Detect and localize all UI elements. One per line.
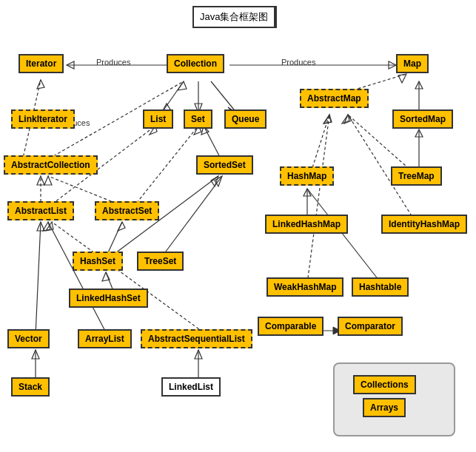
svg-marker-43 bbox=[211, 176, 218, 186]
identityhashmap-label: IdentityHashMap bbox=[389, 219, 460, 229]
comparable-label: Comparable bbox=[265, 321, 316, 331]
produces-label-1: Produces bbox=[96, 58, 130, 67]
collections-node: Collections bbox=[353, 375, 416, 394]
collections-label: Collections bbox=[361, 380, 409, 390]
svg-marker-15 bbox=[415, 81, 423, 89]
svg-marker-33 bbox=[44, 176, 52, 185]
svg-marker-39 bbox=[342, 115, 349, 124]
treemap-node: TreeMap bbox=[391, 166, 442, 186]
svg-marker-29 bbox=[37, 176, 44, 185]
vector-node: Vector bbox=[7, 329, 50, 348]
svg-line-46 bbox=[307, 115, 329, 283]
stack-node: Stack bbox=[11, 377, 50, 397]
abstractlist-node: AbstractList bbox=[7, 201, 74, 220]
map-label: Map bbox=[403, 58, 421, 69]
svg-marker-47 bbox=[324, 115, 331, 124]
abstractsequentiallist-label: AbstractSequentialList bbox=[148, 334, 245, 344]
abstractset-label: AbstractSet bbox=[102, 206, 152, 216]
hashset-node: HashSet bbox=[73, 252, 123, 271]
treeset-node: TreeSet bbox=[137, 252, 184, 271]
svg-marker-61 bbox=[32, 350, 39, 359]
collection-label: Collection bbox=[174, 58, 217, 69]
svg-marker-1 bbox=[67, 61, 74, 69]
hashmap-label: HashMap bbox=[287, 171, 326, 181]
hashtable-label: Hashtable bbox=[359, 282, 401, 292]
svg-marker-55 bbox=[37, 222, 44, 231]
abstractcollection-label: AbstractCollection bbox=[11, 160, 90, 170]
svg-marker-3 bbox=[389, 61, 396, 69]
produces-label-2: Produces bbox=[281, 58, 315, 67]
weakhashmap-node: WeakHashMap bbox=[267, 277, 343, 297]
title-text: Java集合框架图 bbox=[200, 11, 268, 22]
queue-node: Queue bbox=[224, 109, 267, 129]
legend-box: Collections Arrays bbox=[333, 362, 455, 436]
sortedset-node: SortedSet bbox=[196, 155, 253, 175]
svg-line-54 bbox=[36, 222, 41, 335]
set-label: Set bbox=[191, 114, 205, 124]
vector-label: Vector bbox=[15, 334, 42, 344]
arrays-label: Arrays bbox=[370, 402, 398, 413]
linkedhashset-node: LinkedHashSet bbox=[69, 289, 148, 308]
abstractmap-label: AbstractMap bbox=[307, 93, 361, 104]
arrays-node: Arrays bbox=[363, 398, 406, 417]
abstractset-node: AbstractSet bbox=[95, 201, 159, 220]
sortedset-label: SortedSet bbox=[204, 160, 246, 170]
abstractcollection-node: AbstractCollection bbox=[4, 155, 98, 175]
linkedhashmap-label: LinkedHashMap bbox=[272, 219, 341, 229]
comparable-node: Comparable bbox=[258, 317, 324, 336]
comparator-label: Comparator bbox=[345, 321, 395, 331]
sortedmap-node: SortedMap bbox=[392, 109, 453, 129]
svg-line-22 bbox=[311, 115, 329, 172]
linkiterator-node: LinkIterator bbox=[11, 109, 75, 129]
svg-line-44 bbox=[161, 176, 222, 257]
svg-marker-50 bbox=[102, 272, 110, 281]
stack-label: Stack bbox=[19, 382, 42, 392]
svg-line-58 bbox=[52, 222, 207, 335]
svg-marker-41 bbox=[118, 222, 125, 231]
list-label: List bbox=[150, 114, 166, 124]
svg-marker-57 bbox=[43, 222, 50, 231]
treeset-label: TreeSet bbox=[144, 256, 176, 266]
svg-marker-25 bbox=[415, 129, 423, 137]
svg-line-56 bbox=[48, 222, 107, 335]
abstractmap-node: AbstractMap bbox=[300, 89, 369, 108]
identityhashmap-node: IdentityHashMap bbox=[381, 215, 467, 234]
svg-marker-19 bbox=[37, 80, 44, 89]
linkedlist-label: LinkedList bbox=[169, 382, 213, 392]
iterator-label: Iterator bbox=[26, 58, 56, 69]
collection-node: Collection bbox=[167, 54, 224, 73]
svg-marker-63 bbox=[195, 350, 202, 359]
map-node: Map bbox=[396, 54, 429, 73]
title-node: Java集合框架图 bbox=[192, 6, 275, 28]
arraylist-label: ArrayList bbox=[85, 334, 124, 344]
abstractlist-label: AbstractList bbox=[15, 206, 67, 216]
queue-label: Queue bbox=[232, 114, 259, 124]
linkiterator-label: LinkIterator bbox=[19, 114, 67, 124]
linkedlist-node: LinkedList bbox=[161, 377, 221, 397]
svg-line-8 bbox=[211, 81, 237, 113]
hashtable-node: Hashtable bbox=[352, 277, 409, 297]
svg-marker-13 bbox=[398, 74, 406, 83]
abstractsequentiallist-node: AbstractSequentialList bbox=[141, 329, 252, 348]
set-node: Set bbox=[184, 109, 212, 129]
svg-marker-45 bbox=[215, 176, 222, 186]
svg-marker-27 bbox=[344, 115, 352, 124]
hashset-label: HashSet bbox=[80, 256, 115, 266]
list-node: List bbox=[143, 109, 173, 129]
hashmap-node: HashMap bbox=[280, 166, 334, 186]
svg-marker-37 bbox=[304, 189, 311, 196]
svg-line-4 bbox=[161, 81, 184, 113]
linkedhashset-label: LinkedHashSet bbox=[76, 293, 141, 303]
svg-marker-17 bbox=[178, 81, 187, 90]
diagram-container: Java集合框架图 bbox=[0, 0, 476, 452]
iterator-node: Iterator bbox=[19, 54, 64, 73]
treemap-label: TreeMap bbox=[398, 171, 435, 181]
svg-marker-23 bbox=[324, 115, 332, 124]
svg-line-48 bbox=[307, 189, 381, 283]
svg-line-34 bbox=[133, 126, 198, 207]
arraylist-node: ArrayList bbox=[78, 329, 132, 348]
weakhashmap-label: WeakHashMap bbox=[274, 282, 336, 292]
comparator-node: Comparator bbox=[338, 317, 403, 336]
sortedmap-label: SortedMap bbox=[400, 114, 446, 124]
linkedhashmap-node: LinkedHashMap bbox=[265, 215, 348, 234]
